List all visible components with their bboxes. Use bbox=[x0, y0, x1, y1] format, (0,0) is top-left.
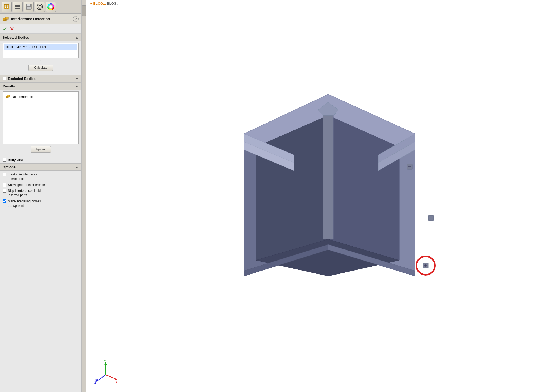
left-panel: Interference Detection ? ✓ ✕ Selected Bo… bbox=[0, 0, 82, 392]
options-header[interactable]: Options ▲ bbox=[0, 163, 81, 171]
svg-marker-37 bbox=[323, 115, 333, 239]
z-axis-label: Z bbox=[94, 380, 96, 384]
action-buttons-row: ✓ ✕ bbox=[0, 24, 81, 34]
excluded-bodies-row: Excluded Bodies ▼ bbox=[0, 75, 81, 82]
ignore-button[interactable]: Ignore bbox=[31, 146, 51, 153]
bolt-bottom-right bbox=[423, 263, 428, 268]
svg-line-55 bbox=[96, 375, 106, 381]
option-skip-inside: Skip interferences insideinserted parts bbox=[3, 189, 79, 198]
viewport-3d[interactable]: Z X Y bbox=[86, 7, 560, 392]
dot-indicator: · bbox=[3, 58, 79, 62]
svg-marker-60 bbox=[104, 362, 107, 365]
panel-title-bar: Interference Detection ? bbox=[0, 14, 81, 24]
option-treat-coincidence: Treat coincidence asinterference bbox=[3, 172, 79, 181]
help-button[interactable]: ? bbox=[73, 16, 79, 22]
main-viewport: ● BLOG... BLOG... bbox=[86, 0, 560, 392]
show-ignored-checkbox[interactable] bbox=[3, 183, 6, 187]
selected-bodies-list[interactable]: BLOG_MB_MATS1.SLDPRT bbox=[3, 43, 79, 58]
results-title: Results bbox=[3, 84, 15, 88]
option-show-ignored: Show ignored interferences bbox=[3, 183, 79, 187]
svg-rect-3 bbox=[5, 7, 6, 8]
skip-inside-checkbox[interactable] bbox=[3, 189, 6, 193]
selected-bodies-content: BLOG_MB_MATS1.SLDPRT · Calculate bbox=[0, 41, 81, 75]
svg-rect-9 bbox=[27, 4, 30, 6]
no-interferences-icon bbox=[6, 94, 10, 100]
save-toolbar-btn[interactable] bbox=[24, 2, 34, 12]
box-3d-container bbox=[112, 13, 544, 366]
target-toolbar-btn[interactable] bbox=[35, 2, 45, 12]
top-toolbar bbox=[0, 0, 81, 14]
panel-title: Interference Detection bbox=[11, 17, 50, 21]
selected-body-item[interactable]: BLOG_MB_MATS1.SLDPRT bbox=[4, 44, 77, 50]
no-interferences-item: No Interferences bbox=[4, 93, 77, 100]
excluded-bodies-chevron: ▼ bbox=[75, 76, 79, 81]
list-toolbar-btn[interactable] bbox=[13, 2, 23, 12]
coordinate-axes: Z X Y bbox=[94, 360, 117, 384]
svg-point-24 bbox=[49, 5, 52, 8]
svg-rect-2 bbox=[7, 5, 8, 7]
excluded-bodies-checkbox[interactable] bbox=[3, 77, 6, 80]
home-toolbar-btn[interactable] bbox=[2, 2, 12, 12]
breadcrumb-bar: ● BLOG... BLOG... bbox=[86, 0, 560, 7]
y-axis-label: Y bbox=[104, 360, 106, 363]
bolt-middle-right bbox=[428, 215, 434, 221]
calculate-button[interactable]: Calculate bbox=[28, 65, 53, 71]
results-header[interactable]: Results ▲ bbox=[0, 82, 81, 90]
ok-button[interactable]: ✓ bbox=[3, 26, 7, 32]
scroll-thumb[interactable] bbox=[82, 5, 86, 16]
results-list: No Interferences bbox=[3, 91, 79, 144]
body-view-checkbox[interactable] bbox=[3, 158, 6, 162]
svg-rect-11 bbox=[30, 4, 30, 6]
body-view-row: Body view bbox=[0, 156, 81, 163]
coord-axes-svg: Z X Y bbox=[94, 360, 117, 384]
svg-rect-0 bbox=[4, 4, 9, 9]
bolt-top-right bbox=[407, 164, 412, 169]
svg-rect-5 bbox=[15, 5, 20, 6]
treat-coincidence-checkbox[interactable] bbox=[3, 173, 6, 176]
svg-rect-1 bbox=[5, 5, 6, 7]
svg-rect-7 bbox=[15, 8, 20, 9]
svg-rect-4 bbox=[7, 7, 8, 8]
svg-rect-10 bbox=[27, 7, 31, 9]
selected-bodies-header[interactable]: Selected Bodies ▲ bbox=[0, 34, 81, 41]
make-transparent-checkbox[interactable] bbox=[3, 199, 6, 203]
treat-coincidence-label: Treat coincidence asinterference bbox=[8, 172, 37, 181]
no-interferences-label: No Interferences bbox=[12, 95, 35, 99]
panel-scrollbar[interactable] bbox=[82, 0, 86, 392]
excluded-bodies-title: Excluded Bodies bbox=[8, 77, 36, 81]
body-view-label: Body view bbox=[8, 158, 23, 162]
options-content: Treat coincidence asinterference Show ig… bbox=[0, 171, 81, 210]
3d-box-svg bbox=[210, 86, 447, 292]
skip-inside-label: Skip interferences insideinserted parts bbox=[8, 189, 42, 198]
cancel-button[interactable]: ✕ bbox=[9, 26, 14, 32]
svg-rect-27 bbox=[5, 18, 6, 19]
interference-detection-icon bbox=[3, 16, 9, 22]
color-toolbar-btn[interactable] bbox=[46, 2, 56, 12]
options-chevron: ▲ bbox=[75, 165, 79, 169]
show-ignored-label: Show ignored interferences bbox=[8, 183, 46, 187]
breadcrumb-text: ● BLOG... bbox=[90, 2, 106, 6]
results-chevron: ▲ bbox=[75, 84, 79, 88]
make-transparent-label: Make interfering bodiestransparent bbox=[8, 199, 41, 208]
x-axis-label: X bbox=[116, 380, 117, 384]
selected-bodies-title: Selected Bodies bbox=[3, 36, 29, 40]
svg-rect-6 bbox=[15, 6, 20, 7]
options-title: Options bbox=[3, 165, 16, 169]
results-content: No Interferences Ignore bbox=[0, 90, 81, 156]
breadcrumb-label: BLOG... bbox=[107, 2, 119, 6]
selected-bodies-chevron: ▲ bbox=[75, 35, 79, 40]
option-make-transparent: Make interfering bodiestransparent bbox=[3, 199, 79, 208]
